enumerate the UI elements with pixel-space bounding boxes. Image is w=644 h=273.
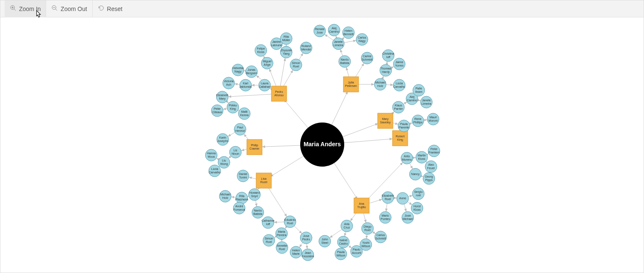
svg-line-20 bbox=[283, 70, 293, 87]
leaf-node[interactable]: MattiKenna bbox=[238, 108, 250, 120]
leaf-node[interactable]: AriaCruz bbox=[341, 220, 353, 232]
leaf-node[interactable]: AndréFonseca bbox=[233, 202, 245, 214]
leaf-node[interactable]: JosePedro bbox=[300, 232, 312, 244]
leaf-node[interactable]: SimonRoel bbox=[263, 234, 275, 246]
leaf-node[interactable]: MariaPereira bbox=[276, 228, 287, 240]
leaf-node[interactable]: JaneteLimeira bbox=[420, 96, 432, 108]
leaf-node[interactable]: DanielTonini bbox=[237, 170, 249, 182]
leaf-node[interactable]: MichaelHolz bbox=[219, 190, 231, 202]
leaf-node[interactable]: IsabelCastro bbox=[337, 236, 349, 248]
leaf-node[interactable]: LúciaCarvalho bbox=[209, 165, 221, 177]
svg-line-44 bbox=[404, 102, 407, 104]
network-diagram[interactable]: Maria AndersPedroAfonsoJyttePetersenMary… bbox=[0, 17, 644, 273]
svg-line-67 bbox=[366, 234, 367, 239]
reset-button[interactable]: Reset bbox=[93, 0, 128, 17]
leaf-node[interactable]: DiegoRoel bbox=[362, 223, 373, 234]
leaf-node[interactable]: ElizabethMary bbox=[216, 91, 229, 103]
zoom-out-button[interactable]: Zoom Out bbox=[46, 0, 92, 17]
square-node[interactable]: PedroAfonso bbox=[271, 86, 287, 101]
leaf-node[interactable]: SimonRoel bbox=[290, 59, 302, 71]
leaf-node[interactable]: Anne bbox=[397, 192, 409, 204]
leaf-node[interactable]: MartinKloss bbox=[416, 151, 428, 163]
leaf-node[interactable]: VictoriaAsh bbox=[223, 77, 235, 89]
leaf-node[interactable]: FelipeKloss bbox=[255, 45, 267, 56]
leaf-node[interactable]: HannaMoos bbox=[205, 149, 217, 161]
leaf-node[interactable]: LiuWong bbox=[218, 156, 230, 168]
leaf-node[interactable]: AnnetteRoel bbox=[276, 242, 288, 254]
leaf-node[interactable]: EduardoRoel bbox=[284, 216, 296, 228]
zoom-in-button[interactable]: Zoom In bbox=[5, 0, 46, 17]
leaf-node[interactable]: ChristinaIoff bbox=[382, 50, 394, 61]
leaf-node[interactable]: PaulHenriot bbox=[234, 123, 246, 135]
leaf-node[interactable]: RenePhillips bbox=[412, 115, 424, 127]
leaf-node[interactable]: PaulaWilson bbox=[335, 248, 347, 260]
leaf-node[interactable]: PaulaParente bbox=[398, 120, 410, 132]
svg-line-13 bbox=[262, 145, 300, 147]
leaf-node[interactable]: HelenBennett bbox=[343, 27, 354, 39]
leaf-node[interactable]: MiguelAnge bbox=[261, 57, 273, 69]
square-node[interactable]: MarySaveley bbox=[378, 113, 393, 128]
leaf-node[interactable]: MauriMoroni bbox=[427, 113, 439, 125]
leaf-node[interactable]: LizNixon bbox=[229, 146, 241, 158]
leaf-node[interactable]: HelenMarie bbox=[290, 246, 302, 258]
leaf-node[interactable]: GeorgPipps bbox=[423, 173, 435, 184]
leaf-node[interactable]: JaimeYorres bbox=[393, 58, 405, 70]
leaf-node[interactable]: MarioPontes bbox=[379, 212, 391, 223]
leaf-node[interactable]: RitaPfalzheim bbox=[235, 192, 249, 204]
leaf-node[interactable]: YoshiWilson bbox=[360, 239, 372, 251]
svg-text:MiguelAnge: MiguelAnge bbox=[263, 60, 272, 67]
leaf-node[interactable]: HowardSnyd bbox=[249, 189, 260, 201]
leaf-node[interactable]: AlexFeuer bbox=[425, 161, 437, 173]
svg-text:RolandMendel: RolandMendel bbox=[301, 45, 311, 51]
leaf-node[interactable]: CarineSchmidt bbox=[361, 52, 373, 64]
svg-line-87 bbox=[216, 158, 219, 159]
leaf-node[interactable]: Sergioroel bbox=[412, 188, 424, 200]
leaf-node[interactable]: AntoMoreno bbox=[401, 152, 413, 164]
leaf-node[interactable]: JaneteLimeira bbox=[332, 38, 344, 50]
leaf-node[interactable]: KarlJablonski bbox=[239, 79, 252, 91]
leaf-node[interactable]: PirkkoKing bbox=[227, 101, 239, 113]
center-node[interactable]: Maria Anders bbox=[300, 123, 344, 167]
svg-line-11 bbox=[334, 163, 357, 199]
leaf-node[interactable]: PeterFranken bbox=[428, 145, 440, 157]
leaf-node[interactable]: NardoBatista bbox=[252, 206, 264, 218]
svg-text:JonasBergsen: JonasBergsen bbox=[246, 68, 257, 75]
leaf-node[interactable]: RenateJose bbox=[314, 25, 326, 37]
leaf-node[interactable]: LauraCallahan bbox=[259, 79, 271, 91]
leaf-node[interactable]: ZbyszekYang bbox=[280, 46, 292, 58]
svg-line-34 bbox=[342, 37, 344, 39]
square-node[interactable]: RobertKing bbox=[392, 131, 408, 146]
leaf-node[interactable]: NardoBatista bbox=[339, 56, 351, 67]
leaf-node[interactable]: PeterCiteaux bbox=[211, 105, 223, 117]
leaf-node[interactable]: Nancy bbox=[409, 168, 421, 180]
leaf-node[interactable]: CarlosSchmidt bbox=[375, 231, 387, 243]
square-node[interactable]: LisaRodri bbox=[256, 173, 271, 188]
leaf-node[interactable]: KarinJosephs bbox=[217, 134, 229, 145]
reset-icon bbox=[98, 5, 105, 13]
leaf-node[interactable]: AlejCamino bbox=[328, 24, 340, 36]
leaf-node[interactable]: CatharineIoff bbox=[262, 217, 274, 228]
leaf-node[interactable]: JoseMichael bbox=[402, 212, 414, 223]
svg-text:CarineSchmidt: CarineSchmidt bbox=[362, 55, 372, 61]
leaf-node[interactable]: ElizabethRoel bbox=[382, 192, 394, 203]
leaf-node[interactable]: JohnSteel bbox=[319, 235, 331, 247]
leaf-node[interactable]: LúciaCarvalho bbox=[393, 79, 405, 91]
leaf-node[interactable]: ThomasHardy bbox=[380, 64, 392, 76]
square-node[interactable]: JyttePetersen bbox=[343, 77, 359, 92]
square-node[interactable]: PhilipCramer bbox=[247, 139, 262, 155]
leaf-node[interactable]: KlausParrier bbox=[392, 101, 404, 113]
leaf-node[interactable]: HelvetiaNagy bbox=[232, 64, 244, 76]
leaf-node[interactable]: JonasBergsen bbox=[246, 66, 257, 78]
square-node[interactable]: AnaTrujillo bbox=[354, 198, 369, 213]
svg-text:PedroAfonso: PedroAfonso bbox=[274, 90, 284, 97]
leaf-node[interactable]: HorstKloss bbox=[411, 202, 423, 214]
svg-line-74 bbox=[256, 201, 257, 206]
leaf-node[interactable]: RitaMüller bbox=[280, 33, 292, 45]
leaf-node[interactable]: CarlosNagy bbox=[356, 33, 368, 45]
svg-line-78 bbox=[294, 226, 302, 234]
leaf-node[interactable]: JeanFresnière bbox=[301, 249, 314, 261]
leaf-node[interactable]: MichaelHolz bbox=[374, 78, 386, 90]
leaf-node[interactable]: PalleIbsen bbox=[413, 84, 425, 96]
leaf-node[interactable]: RolandMendel bbox=[300, 42, 312, 54]
svg-line-9 bbox=[343, 123, 378, 136]
